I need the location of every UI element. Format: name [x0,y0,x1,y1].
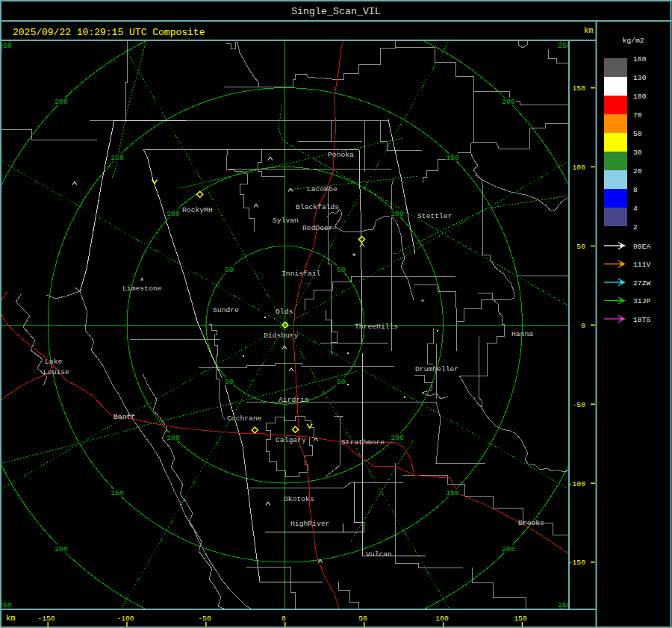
svg-text:Brooks: Brooks [518,519,544,527]
svg-text:*: * [352,252,357,261]
svg-text:Airdrie: Airdrie [279,396,309,404]
svg-text:Innisfail: Innisfail [281,270,321,278]
svg-text:200: 200 [55,545,68,553]
svg-text:4: 4 [633,205,638,213]
svg-text:Olds: Olds [276,308,293,316]
svg-text:0: 0 [581,322,585,330]
svg-text:+: + [420,298,424,305]
svg-text:50: 50 [225,266,234,274]
svg-text:Single_Scan_VIL: Single_Scan_VIL [291,6,381,17]
svg-text:HighRiver: HighRiver [290,520,329,528]
svg-text:50: 50 [337,266,346,274]
svg-text:200: 200 [502,545,515,553]
svg-text:*: * [140,277,145,286]
svg-text:Banff: Banff [113,413,135,421]
svg-text:50: 50 [337,378,346,386]
svg-text:Sundre: Sundre [213,306,239,314]
svg-text:30: 30 [633,149,642,157]
svg-text:Drumheller: Drumheller [415,365,458,373]
svg-text:27ZW: 27ZW [633,279,650,287]
svg-text:Didsbury: Didsbury [264,332,299,340]
svg-text:Vulcan: Vulcan [366,550,392,559]
svg-text:0: 0 [281,615,286,623]
svg-text:100: 100 [391,434,404,442]
svg-text:31JP: 31JP [633,297,650,305]
svg-text:150: 150 [514,615,527,623]
svg-text:Louise: Louise [43,368,69,376]
svg-text:Calgary: Calgary [276,436,306,444]
svg-text:100: 100 [573,164,586,172]
svg-text:50: 50 [225,378,234,386]
svg-text:20: 20 [633,167,642,175]
svg-text:111V: 111V [633,261,650,269]
svg-text:100: 100 [167,434,180,442]
svg-text:150: 150 [111,154,124,162]
svg-text:Stettler: Stettler [417,212,452,220]
svg-text:RockyMH: RockyMH [182,206,213,214]
svg-text:-50: -50 [198,615,211,623]
svg-text:-100: -100 [116,615,134,623]
svg-text:-50: -50 [573,401,586,409]
svg-text:Ponoka: Ponoka [328,151,354,159]
svg-text:160: 160 [633,55,647,63]
svg-text:Okotoks: Okotoks [284,495,314,503]
svg-text:Blackfalds: Blackfalds [296,203,339,211]
svg-text:kg/m2: kg/m2 [622,37,644,45]
svg-text:RedDeer: RedDeer [302,224,333,232]
svg-text:ThreeHills: ThreeHills [355,323,398,331]
svg-text:18TS: 18TS [633,316,650,324]
svg-text:-150: -150 [37,615,55,623]
svg-text:Lacombe: Lacombe [307,185,337,193]
svg-text:8: 8 [633,186,638,194]
svg-text:200: 200 [55,98,68,106]
svg-text:50: 50 [633,130,642,138]
svg-text:-150: -150 [568,559,585,567]
svg-text:2025/09/22 10:29:15 UTC Compos: 2025/09/22 10:29:15 UTC Composite [13,27,205,38]
svg-text:150: 150 [573,84,586,93]
svg-text:Lake: Lake [45,358,62,366]
svg-text:250: 250 [0,42,12,50]
svg-text:130: 130 [633,74,647,82]
svg-text:100: 100 [633,93,647,101]
svg-text:km: km [584,26,594,35]
svg-text:2: 2 [633,223,638,231]
svg-text:Cochrane: Cochrane [227,414,262,423]
svg-text:Hanna: Hanna [511,330,533,338]
svg-text:70: 70 [633,111,642,119]
svg-text:150: 150 [111,489,124,497]
svg-text:250: 250 [0,601,12,609]
svg-text:100: 100 [391,210,404,218]
svg-text:100: 100 [435,615,449,623]
svg-text:150: 150 [446,489,459,497]
svg-text:200: 200 [502,98,515,106]
svg-text:-100: -100 [568,480,585,488]
svg-text:km: km [6,614,16,623]
svg-text:150: 150 [446,154,459,162]
svg-text:100: 100 [167,210,180,218]
svg-text:50: 50 [358,615,367,623]
svg-text:Sylvan: Sylvan [273,217,299,225]
svg-text:50: 50 [576,243,585,251]
svg-text:09EA: 09EA [633,243,650,251]
svg-text:Strathmore: Strathmore [341,438,385,447]
